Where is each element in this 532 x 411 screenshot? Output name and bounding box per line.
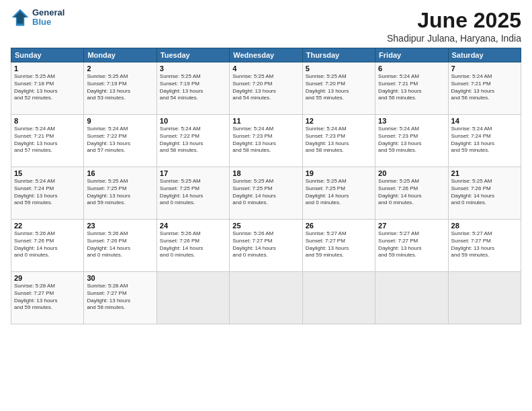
day-number: 25 xyxy=(232,222,299,230)
table-row: 27Sunrise: 5:27 AM Sunset: 7:27 PM Dayli… xyxy=(375,220,448,272)
table-row: 7Sunrise: 5:24 AM Sunset: 7:21 PM Daylig… xyxy=(448,62,521,115)
day-info: Sunrise: 5:28 AM Sunset: 7:27 PM Dayligh… xyxy=(87,283,153,312)
day-number: 20 xyxy=(378,169,445,177)
weekday-saturday: Saturday xyxy=(448,48,521,62)
day-number: 29 xyxy=(14,274,81,282)
table-row: 4Sunrise: 5:25 AM Sunset: 7:20 PM Daylig… xyxy=(230,62,302,115)
day-number: 14 xyxy=(451,117,518,125)
table-row: 19Sunrise: 5:25 AM Sunset: 7:25 PM Dayli… xyxy=(302,167,375,220)
header: General Blue June 2025 Shadipur Julana, … xyxy=(11,8,521,44)
day-info: Sunrise: 5:25 AM Sunset: 7:26 PM Dayligh… xyxy=(451,178,518,207)
table-row: 2Sunrise: 5:25 AM Sunset: 7:19 PM Daylig… xyxy=(84,62,157,115)
table-row: 30Sunrise: 5:28 AM Sunset: 7:27 PM Dayli… xyxy=(84,272,157,324)
day-number: 7 xyxy=(451,64,518,73)
day-number: 22 xyxy=(14,222,81,230)
weekday-wednesday: Wednesday xyxy=(230,48,302,62)
weekday-tuesday: Tuesday xyxy=(157,48,229,62)
logo-icon xyxy=(11,8,30,27)
day-info: Sunrise: 5:24 AM Sunset: 7:21 PM Dayligh… xyxy=(14,126,81,154)
table-row: 11Sunrise: 5:24 AM Sunset: 7:23 PM Dayli… xyxy=(230,115,302,167)
day-number: 13 xyxy=(378,117,445,125)
calendar-table: SundayMondayTuesdayWednesdayThursdayFrid… xyxy=(11,48,521,324)
day-number: 10 xyxy=(160,117,226,125)
day-number: 2 xyxy=(87,64,153,73)
day-number: 19 xyxy=(306,169,372,177)
day-info: Sunrise: 5:27 AM Sunset: 7:27 PM Dayligh… xyxy=(378,230,445,259)
weekday-friday: Friday xyxy=(375,48,448,62)
day-info: Sunrise: 5:25 AM Sunset: 7:19 PM Dayligh… xyxy=(160,73,226,102)
table-row: 29Sunrise: 5:28 AM Sunset: 7:27 PM Dayli… xyxy=(11,272,84,324)
day-number: 1 xyxy=(14,64,81,73)
day-number: 17 xyxy=(160,169,226,177)
table-row xyxy=(448,272,521,324)
table-row: 9Sunrise: 5:24 AM Sunset: 7:22 PM Daylig… xyxy=(84,115,157,167)
day-number: 23 xyxy=(87,222,153,230)
day-info: Sunrise: 5:26 AM Sunset: 7:26 PM Dayligh… xyxy=(160,230,226,259)
day-info: Sunrise: 5:24 AM Sunset: 7:24 PM Dayligh… xyxy=(14,178,81,207)
day-number: 15 xyxy=(14,169,81,177)
day-info: Sunrise: 5:24 AM Sunset: 7:23 PM Dayligh… xyxy=(232,126,299,154)
table-row: 6Sunrise: 5:24 AM Sunset: 7:21 PM Daylig… xyxy=(375,62,448,115)
table-row: 28Sunrise: 5:27 AM Sunset: 7:27 PM Dayli… xyxy=(448,220,521,272)
day-number: 11 xyxy=(232,117,299,125)
day-info: Sunrise: 5:24 AM Sunset: 7:24 PM Dayligh… xyxy=(451,126,518,154)
calendar-page: General Blue June 2025 Shadipur Julana, … xyxy=(0,0,532,411)
day-number: 30 xyxy=(87,274,153,282)
day-number: 24 xyxy=(160,222,226,230)
table-row: 1Sunrise: 5:25 AM Sunset: 7:18 PM Daylig… xyxy=(11,62,84,115)
table-row xyxy=(375,272,448,324)
weekday-sunday: Sunday xyxy=(11,48,84,62)
day-info: Sunrise: 5:24 AM Sunset: 7:21 PM Dayligh… xyxy=(378,73,445,102)
day-info: Sunrise: 5:26 AM Sunset: 7:26 PM Dayligh… xyxy=(14,230,81,259)
table-row: 25Sunrise: 5:26 AM Sunset: 7:27 PM Dayli… xyxy=(230,220,302,272)
week-row-2: 8Sunrise: 5:24 AM Sunset: 7:21 PM Daylig… xyxy=(11,115,521,167)
day-info: Sunrise: 5:28 AM Sunset: 7:27 PM Dayligh… xyxy=(14,283,81,312)
day-info: Sunrise: 5:25 AM Sunset: 7:25 PM Dayligh… xyxy=(306,178,372,207)
table-row xyxy=(302,272,375,324)
day-number: 21 xyxy=(451,169,518,177)
table-row: 3Sunrise: 5:25 AM Sunset: 7:19 PM Daylig… xyxy=(157,62,229,115)
day-info: Sunrise: 5:24 AM Sunset: 7:21 PM Dayligh… xyxy=(451,73,518,102)
day-info: Sunrise: 5:24 AM Sunset: 7:23 PM Dayligh… xyxy=(306,126,372,154)
table-row: 12Sunrise: 5:24 AM Sunset: 7:23 PM Dayli… xyxy=(302,115,375,167)
week-row-1: 1Sunrise: 5:25 AM Sunset: 7:18 PM Daylig… xyxy=(11,62,521,115)
day-number: 12 xyxy=(306,117,372,125)
table-row: 16Sunrise: 5:25 AM Sunset: 7:25 PM Dayli… xyxy=(84,167,157,220)
table-row: 24Sunrise: 5:26 AM Sunset: 7:26 PM Dayli… xyxy=(157,220,229,272)
table-row: 10Sunrise: 5:24 AM Sunset: 7:22 PM Dayli… xyxy=(157,115,229,167)
day-info: Sunrise: 5:27 AM Sunset: 7:27 PM Dayligh… xyxy=(306,230,372,259)
day-info: Sunrise: 5:25 AM Sunset: 7:25 PM Dayligh… xyxy=(232,178,299,207)
day-number: 28 xyxy=(451,222,518,230)
day-info: Sunrise: 5:24 AM Sunset: 7:22 PM Dayligh… xyxy=(160,126,226,154)
day-info: Sunrise: 5:27 AM Sunset: 7:27 PM Dayligh… xyxy=(451,230,518,259)
table-row: 8Sunrise: 5:24 AM Sunset: 7:21 PM Daylig… xyxy=(11,115,84,167)
table-row: 14Sunrise: 5:24 AM Sunset: 7:24 PM Dayli… xyxy=(448,115,521,167)
day-info: Sunrise: 5:25 AM Sunset: 7:20 PM Dayligh… xyxy=(306,73,372,102)
day-info: Sunrise: 5:26 AM Sunset: 7:26 PM Dayligh… xyxy=(87,230,153,259)
weekday-header-row: SundayMondayTuesdayWednesdayThursdayFrid… xyxy=(11,48,521,62)
table-row: 15Sunrise: 5:24 AM Sunset: 7:24 PM Dayli… xyxy=(11,167,84,220)
table-row: 20Sunrise: 5:25 AM Sunset: 7:26 PM Dayli… xyxy=(375,167,448,220)
title-block: June 2025 Shadipur Julana, Haryana, Indi… xyxy=(387,8,521,44)
week-row-3: 15Sunrise: 5:24 AM Sunset: 7:24 PM Dayli… xyxy=(11,167,521,220)
day-info: Sunrise: 5:24 AM Sunset: 7:22 PM Dayligh… xyxy=(87,126,153,154)
day-info: Sunrise: 5:24 AM Sunset: 7:23 PM Dayligh… xyxy=(378,126,445,154)
day-info: Sunrise: 5:25 AM Sunset: 7:25 PM Dayligh… xyxy=(87,178,153,207)
day-number: 8 xyxy=(14,117,81,125)
day-number: 9 xyxy=(87,117,153,125)
weekday-thursday: Thursday xyxy=(302,48,375,62)
table-row: 22Sunrise: 5:26 AM Sunset: 7:26 PM Dayli… xyxy=(11,220,84,272)
day-number: 16 xyxy=(87,169,153,177)
logo-line1: General xyxy=(32,8,64,17)
day-info: Sunrise: 5:25 AM Sunset: 7:20 PM Dayligh… xyxy=(232,73,299,102)
day-info: Sunrise: 5:26 AM Sunset: 7:27 PM Dayligh… xyxy=(232,230,299,259)
table-row: 13Sunrise: 5:24 AM Sunset: 7:23 PM Dayli… xyxy=(375,115,448,167)
day-number: 5 xyxy=(306,64,372,73)
day-info: Sunrise: 5:25 AM Sunset: 7:26 PM Dayligh… xyxy=(378,178,445,207)
table-row: 26Sunrise: 5:27 AM Sunset: 7:27 PM Dayli… xyxy=(302,220,375,272)
day-number: 6 xyxy=(378,64,445,73)
table-row: 21Sunrise: 5:25 AM Sunset: 7:26 PM Dayli… xyxy=(448,167,521,220)
day-number: 4 xyxy=(232,64,299,73)
calendar-title: June 2025 xyxy=(387,8,521,33)
weekday-monday: Monday xyxy=(84,48,157,62)
